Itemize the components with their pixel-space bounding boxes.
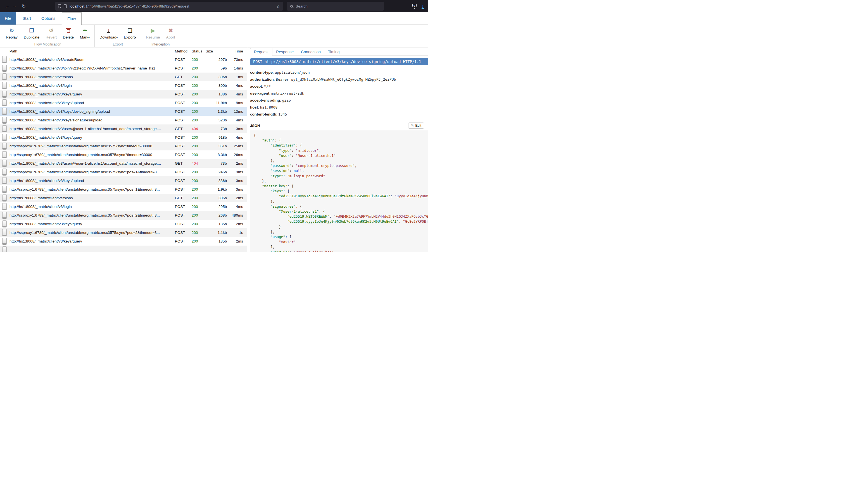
flow-method: POST [175, 144, 192, 148]
request-header[interactable]: content-length: 1345 [250, 112, 428, 116]
flow-size: 306b [206, 75, 227, 79]
toolbar-export-button[interactable]: ❏Export▾ [121, 25, 139, 39]
flow-time: 2ms [227, 196, 243, 200]
json-body-view[interactable]: { "auth": { "identifier": { "type": "m.i… [250, 130, 428, 252]
flow-status: 200 [192, 170, 206, 174]
flow-row[interactable]: http://hs1:8008/_matrix/client/v3/keys/q… [0, 237, 247, 246]
flow-row[interactable]: http://hs1:8008/_matrix/client/v3/keys/q… [0, 90, 247, 98]
address-bar[interactable]: localhost:1445/#/flows/fba5f13d-91e1-437… [55, 2, 283, 11]
forward-icon[interactable]: → [11, 3, 18, 9]
flow-method: POST [175, 187, 192, 192]
flow-row[interactable]: http://hs1:8008/_matrix/client/versionsG… [0, 73, 247, 81]
flow-row[interactable]: http://ssproxy1:6789/_matrix/client/unst… [0, 185, 247, 194]
play-icon: ▶ [151, 27, 155, 34]
flow-table-header[interactable]: Path Method Status Size Time [0, 48, 247, 55]
flow-row[interactable]: http://ssproxy1:6789/_matrix/client/unst… [0, 211, 247, 220]
flow-size: 138b [206, 92, 227, 96]
column-size[interactable]: Size [206, 49, 227, 53]
flow-method: GET [175, 196, 192, 200]
flow-row[interactable] [0, 246, 247, 252]
flow-time: 3ms [227, 179, 243, 183]
toolbar-delete-button[interactable]: Delete [60, 25, 77, 39]
flow-row[interactable]: http://hs1:8008/_matrix/client/v3/keys/s… [0, 116, 247, 124]
tab-timing[interactable]: Timing [324, 48, 343, 56]
flow-row[interactable]: http://hs1:8008/_matrix/client/v3/keys/u… [0, 98, 247, 107]
caret-down-icon: ▾ [88, 36, 90, 39]
toolbar-group-caption: Flow Modification [3, 42, 93, 47]
flow-row[interactable]: http://hs1:8008/_matrix/client/v3/user/@… [0, 124, 247, 133]
menu-options[interactable]: Options [37, 12, 59, 24]
flow-row[interactable]: http://ssproxy1:6789/_matrix/client/unst… [0, 142, 247, 150]
toolbar-replay-button[interactable]: ↻Replay [3, 25, 21, 39]
flow-row[interactable]: http://ssproxy1:6789/_matrix/client/unst… [0, 168, 247, 176]
menu-file-button[interactable]: File [0, 12, 16, 24]
tab-connection[interactable]: Connection [297, 48, 324, 56]
request-header[interactable]: host: hs1:8008 [250, 105, 428, 109]
body-format-label: JSON [250, 124, 260, 128]
reload-icon[interactable]: ↻ [20, 3, 28, 9]
flow-method: POST [175, 213, 192, 217]
flow-method: POST [175, 92, 192, 96]
flow-path: http://hs1:8008/_matrix/client/versions [10, 75, 175, 79]
request-header[interactable]: accept: */* [250, 84, 428, 88]
column-status[interactable]: Status [192, 49, 206, 53]
tracking-shield-icon[interactable] [58, 4, 61, 8]
flow-type-icon [2, 212, 7, 219]
flow-type-icon [2, 151, 7, 158]
header-name: accept [250, 84, 262, 88]
flow-row[interactable]: http://ssproxy1:6789/_matrix/client/unst… [0, 228, 247, 237]
page-info-icon[interactable] [64, 4, 67, 8]
menu-tab-flow[interactable]: Flow [62, 12, 82, 25]
column-time[interactable]: Time [227, 49, 243, 53]
back-icon[interactable]: ← [3, 3, 11, 9]
search-bar[interactable]: Search [287, 2, 384, 11]
revert-icon: ↺ [49, 27, 53, 34]
flow-row[interactable]: http://hs1:8008/_matrix/client/v3/join/%… [0, 64, 247, 73]
request-first-line[interactable]: POST http://hs1:8008/_matrix/client/v3/k… [250, 58, 428, 65]
flow-row[interactable]: http://hs1:8008/_matrix/client/v3/keys/d… [0, 107, 247, 116]
downloads-icon[interactable]: ↓ [422, 4, 424, 8]
flow-row[interactable]: http://hs1:8008/_matrix/client/v3/user/@… [0, 159, 247, 168]
flow-path: http://hs1:8008/_matrix/client/v3/create… [10, 57, 175, 62]
flow-row[interactable]: http://hs1:8008/_matrix/client/v3/loginP… [0, 202, 247, 211]
flow-row[interactable]: http://hs1:8008/_matrix/client/v3/loginP… [0, 81, 247, 90]
flow-status: 404 [192, 127, 206, 131]
request-header[interactable]: user-agent: matrix-rust-sdk [250, 91, 428, 95]
flow-row[interactable]: http://hs1:8008/_matrix/client/versionsG… [0, 194, 247, 202]
flow-row[interactable]: http://hs1:8008/_matrix/client/v3/keys/q… [0, 133, 247, 142]
flow-type-icon [2, 160, 7, 167]
flow-row[interactable]: http://ssproxy1:6789/_matrix/client/unst… [0, 150, 247, 159]
bookmark-star-icon[interactable]: ☆ [276, 4, 280, 9]
flow-method: POST [175, 57, 192, 62]
tab-request[interactable]: Request [250, 48, 272, 56]
edit-button-label: Edit [415, 124, 421, 128]
header-name: accept-encoding [250, 98, 280, 103]
flow-row[interactable]: http://hs1:8008/_matrix/client/v3/keys/u… [0, 176, 247, 185]
toolbar-abort-button[interactable]: ✖Abort [163, 25, 178, 39]
column-path[interactable]: Path [10, 49, 175, 53]
flow-row[interactable]: http://hs1:8008/_matrix/client/v3/keys/q… [0, 220, 247, 228]
toolbar-download-button[interactable]: ↓Download▾ [97, 25, 121, 39]
toolbar-mark-button[interactable]: ✒Mark▾ [77, 25, 93, 39]
request-header[interactable]: content-type: application/json [250, 70, 428, 74]
request-header[interactable]: accept-encoding: gzip [250, 98, 428, 103]
request-header[interactable]: authorization: Bearer syt_dXNlci0xLWFsaW… [250, 77, 428, 82]
flow-path: http://ssproxy1:6789/_matrix/client/unst… [10, 170, 175, 174]
toolbar-button-label: Abort [166, 35, 175, 39]
flow-row[interactable]: http://hs1:8008/_matrix/client/v3/create… [0, 55, 247, 64]
url-host: localhost [70, 4, 84, 8]
extension-shield-icon[interactable]: V [412, 4, 416, 8]
flow-time: 13ms [227, 109, 243, 113]
menu-start[interactable]: Start [18, 12, 35, 24]
column-method[interactable]: Method [175, 49, 192, 53]
header-value: hs1:8008 [260, 105, 278, 109]
main-split: Path Method Status Size Time http://hs1:… [0, 48, 428, 252]
toolbar-revert-button[interactable]: ↺Revert [42, 25, 60, 39]
flow-status: 200 [192, 239, 206, 244]
flow-type-icon [2, 247, 7, 252]
flow-status: 200 [192, 84, 206, 88]
toolbar-duplicate-button[interactable]: ❐Duplicate [21, 25, 42, 39]
edit-button[interactable]: ✎ Edit [408, 123, 424, 129]
toolbar-resume-button[interactable]: ▶Resume [143, 25, 163, 39]
tab-response[interactable]: Response [272, 48, 297, 56]
